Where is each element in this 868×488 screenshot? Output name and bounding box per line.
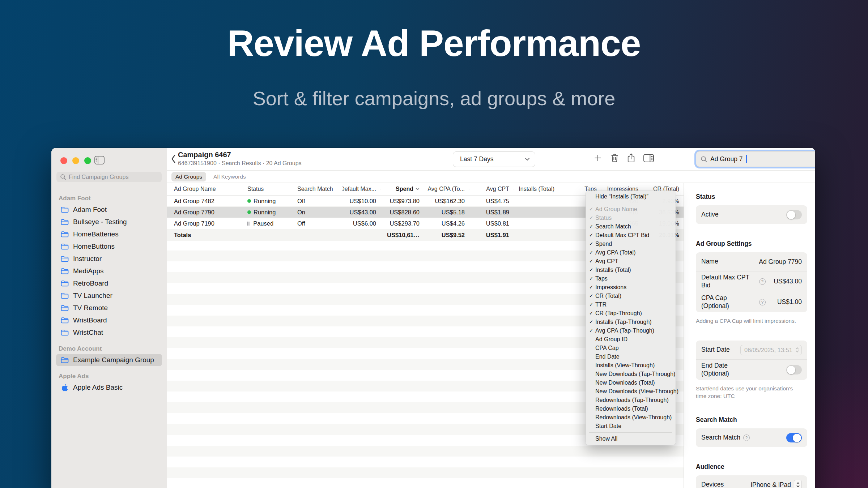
inspector-row-cpa-cap-optional: CPA Cap (Optional)?US$1.00 <box>696 292 807 312</box>
sidebar-item-retroboard[interactable]: RetroBoard <box>56 277 162 290</box>
menu-item-show-all[interactable]: Show All <box>586 435 676 443</box>
column-header-avg-cpt[interactable]: Avg CPT <box>469 186 514 192</box>
sidebar-item-instructor[interactable]: Instructor <box>56 253 162 265</box>
sidebar-item-apple-ads-basic[interactable]: Apple Ads Basic <box>56 381 162 394</box>
help-icon[interactable]: ? <box>759 278 766 285</box>
menu-item-redownloads-total[interactable]: Redownloads (Total) <box>586 404 676 413</box>
cell-default-max: US$43.00 <box>342 209 380 216</box>
share-button[interactable] <box>627 153 635 163</box>
column-header-status[interactable]: Status <box>243 186 293 192</box>
menu-item-default-max-cpt-bid[interactable]: ✓Default Max CPT Bid <box>586 231 676 240</box>
sidebar-item-homebatteries[interactable]: HomeBatteries <box>56 228 162 240</box>
menu-item-ttr[interactable]: ✓TTR <box>586 300 676 309</box>
inspector-row-active: Active <box>696 205 807 224</box>
row-label-group: Default Max CPT Bid? <box>701 274 766 290</box>
sidebar-toggle-icon[interactable] <box>94 155 105 166</box>
menu-item-end-date[interactable]: End Date <box>586 352 676 361</box>
search-input[interactable]: Ad Group 7 <box>696 151 815 167</box>
delete-button[interactable] <box>610 153 619 163</box>
cell-avg-cpa-to: US$5.18 <box>424 209 469 216</box>
inspector-row-default-max-cpt-bid: Default Max CPT Bid?US$43.00 <box>696 271 807 292</box>
tab-all-keywords[interactable]: All Keywords <box>209 172 250 181</box>
sidebar-section-label-demo-account: Demo Account <box>59 345 159 352</box>
end-date-optional-toggle[interactable] <box>786 365 802 374</box>
menu-item-search-match[interactable]: ✓Search Match <box>586 222 676 231</box>
row-control-group: 06/05/2025, 13:51 <box>740 345 802 355</box>
menu-item-avg-cpa-tap-though[interactable]: ✓Avg CPA (Tap-Though) <box>586 326 676 335</box>
menu-item-cr-tap-through[interactable]: ✓CR (Tap-Through) <box>586 309 676 318</box>
sidebar-section-label-apple-ads: Apple Ads <box>59 373 159 380</box>
column-header-default-max[interactable]: Default Max... <box>342 186 380 192</box>
inspector-row-start-date: Start Date06/05/2025, 13:51 <box>696 341 807 359</box>
menu-item-installs-total[interactable]: ✓Installs (Total) <box>586 266 676 274</box>
campaign-group-list: Adam FootAdam FootBullseye - TestingHome… <box>51 188 167 394</box>
checkmark-icon: ✓ <box>589 283 593 292</box>
menu-item-installs-view-through[interactable]: Installs (View-Through) <box>586 361 676 370</box>
row-label: Search Match <box>701 434 740 442</box>
sidebar-item-example-campaign-group[interactable]: Example Campaign Group <box>56 354 162 366</box>
close-window-button[interactable] <box>60 157 67 164</box>
menu-item-redownloads-tap-through[interactable]: Redownloads (Tap-Through) <box>586 396 676 404</box>
stepper-control[interactable] <box>794 480 802 488</box>
cell-avg-cpa-to: US$162.30 <box>424 198 469 205</box>
columns-panel-button[interactable] <box>643 154 654 163</box>
row-control-group <box>786 433 802 442</box>
checkmark-icon: ✓ <box>589 257 593 266</box>
menu-item-new-downloads-tap-through[interactable]: New Downloads (Tap-Through) <box>586 370 676 378</box>
menu-item-impressions[interactable]: ✓Impressions <box>586 283 676 292</box>
menu-separator <box>589 432 672 433</box>
folder-icon <box>60 292 69 299</box>
row-label-group: End Date (Optional) <box>701 362 756 378</box>
menu-item-cpa-cap[interactable]: CPA Cap <box>586 344 676 352</box>
sidebar-item-tv-remote[interactable]: TV Remote <box>56 302 162 314</box>
sidebar-item-bullseye-testing[interactable]: Bullseye - Testing <box>56 216 162 228</box>
inspector-section-ad-group-settings: Ad Group SettingsNameAd Group 7790Defaul… <box>696 240 807 325</box>
menu-item-new-downloads-total[interactable]: New Downloads (Total) <box>586 378 676 387</box>
column-header-ad-group-name[interactable]: Ad Group Name <box>167 186 243 192</box>
cell-spend: US$293.70 <box>380 220 424 227</box>
menu-item-spend[interactable]: ✓Spend <box>586 240 676 248</box>
search-match-toggle[interactable] <box>786 433 802 442</box>
sidebar-search-input[interactable]: Find Campaign Groups <box>56 172 162 182</box>
help-icon[interactable]: ? <box>743 435 750 441</box>
section-caption: Adding a CPA Cap will limit impressions. <box>696 317 804 325</box>
menu-item-cr-total[interactable]: ✓CR (Total) <box>586 292 676 300</box>
folder-icon <box>60 305 69 311</box>
sidebar-item-adam-foot[interactable]: Adam Foot <box>56 204 162 216</box>
back-button[interactable] <box>171 154 176 165</box>
sidebar-item-homebuttons[interactable]: HomeButtons <box>56 240 162 253</box>
cell-status: Running <box>243 198 293 205</box>
tab-ad-groups[interactable]: Ad Groups <box>171 172 206 181</box>
chevron-down-icon <box>525 158 530 161</box>
menu-item-avg-cpa-total[interactable]: ✓Avg CPA (Total) <box>586 248 676 257</box>
menu-item-installs-tap-through[interactable]: ✓Installs (Tap-Through) <box>586 318 676 326</box>
menu-item-taps[interactable]: ✓Taps <box>586 274 676 283</box>
column-header-spend[interactable]: Spend <box>380 186 424 192</box>
date-range-select[interactable]: Last 7 Days <box>453 151 535 167</box>
sidebar-item-label: Instructor <box>73 255 102 263</box>
checkmark-icon: ✓ <box>589 274 593 283</box>
sidebar-item-mediapps[interactable]: MediApps <box>56 265 162 277</box>
row-label-group: CPA Cap (Optional)? <box>701 294 766 310</box>
cell-search-match: On <box>293 209 342 216</box>
zoom-window-button[interactable] <box>84 157 91 164</box>
column-header-installs-total[interactable]: Installs (Total) <box>514 186 559 192</box>
menu-item-redownloads-view-through[interactable]: Redownloads (View-Through) <box>586 413 676 422</box>
minimize-window-button[interactable] <box>72 157 79 164</box>
sidebar-item-wristboard[interactable]: WristBoard <box>56 314 162 326</box>
menu-item-hide-installs-total[interactable]: Hide “Installs (Total)” <box>586 192 676 201</box>
hero-banner: Review Ad Performance Sort & filter camp… <box>0 0 868 110</box>
menu-item-avg-cpt[interactable]: ✓Avg CPT <box>586 257 676 266</box>
column-header-avg-cpa-to[interactable]: Avg CPA (To... <box>424 186 469 192</box>
empty-row <box>167 446 684 457</box>
menu-item-ad-group-id[interactable]: Ad Group ID <box>586 335 676 344</box>
column-header-search-match[interactable]: Search Match <box>293 186 342 192</box>
active-toggle[interactable] <box>786 210 802 219</box>
menu-item-new-downloads-view-through[interactable]: New Downloads (View-Through) <box>586 387 676 396</box>
row-label: Start Date <box>701 346 730 354</box>
add-button[interactable] <box>593 153 603 163</box>
sidebar-item-wristchat[interactable]: WristChat <box>56 326 162 339</box>
help-icon[interactable]: ? <box>759 299 766 305</box>
menu-item-start-date[interactable]: Start Date <box>586 422 676 431</box>
sidebar-item-tv-launcher[interactable]: TV Launcher <box>56 290 162 302</box>
